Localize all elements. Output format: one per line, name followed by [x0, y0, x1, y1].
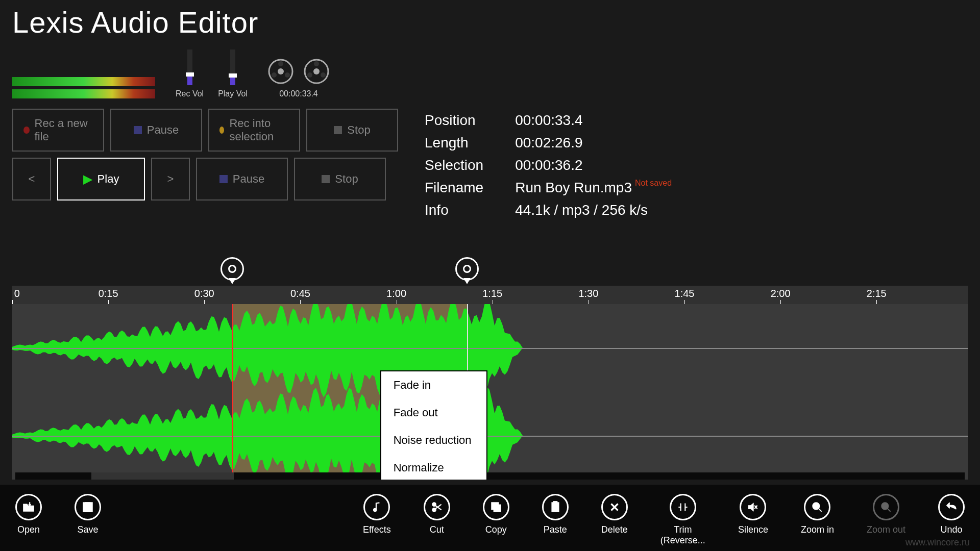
ruler-label: 1:30 — [578, 288, 598, 299]
appbar-label: Open — [17, 524, 40, 535]
zoomin-button[interactable]: Zoom in — [801, 494, 834, 535]
pause-icon — [134, 126, 142, 134]
save-button[interactable]: Save — [75, 494, 101, 535]
rec-vol-label: Rec Vol — [176, 89, 204, 98]
ruler-label: 0:30 — [194, 288, 214, 299]
play-button[interactable]: ▶Play — [57, 158, 145, 201]
selection-start-marker[interactable] — [220, 257, 244, 281]
time-ruler[interactable]: 00:150:300:451:001:151:301:452:002:15 — [12, 286, 968, 304]
ruler-label: 1:45 — [675, 288, 695, 299]
paste-button[interactable]: Paste — [542, 494, 569, 535]
rec-volume-slider[interactable]: Rec Vol — [176, 49, 204, 98]
rec-new-file-button[interactable]: Rec a new file — [12, 109, 104, 152]
silence-button[interactable]: Silence — [738, 494, 768, 535]
play-vol-label: Play Vol — [218, 89, 248, 98]
ruler-label: 2:15 — [867, 288, 887, 299]
open-button[interactable]: Open — [15, 494, 42, 535]
selection-value: 00:00:36.2 — [515, 155, 672, 176]
cut-button[interactable]: Cut — [424, 494, 450, 535]
vu-meter — [12, 77, 155, 98]
appbar-label: Zoom in — [801, 524, 834, 535]
svg-rect-19 — [554, 502, 557, 504]
filename-value: Run Boy Run.mp3 — [515, 180, 632, 195]
watermark: www.wincore.ru — [905, 537, 970, 548]
pause-rec-button[interactable]: Pause — [110, 109, 202, 152]
mute-icon — [740, 494, 766, 520]
ruler-label: 1:00 — [386, 288, 406, 299]
selection-end-marker[interactable] — [455, 257, 479, 281]
appbar-label: Cut — [430, 524, 444, 535]
context-menu-item[interactable]: Noise reduction — [381, 427, 486, 454]
app-title: Lexis Audio Editor — [0, 0, 980, 39]
info-value: 44.1k / mp3 / 256 k/s — [515, 199, 672, 221]
svg-point-9 — [307, 72, 312, 78]
ruler-label: 1:15 — [482, 288, 502, 299]
x-icon — [601, 494, 628, 520]
length-value: 00:02:26.9 — [515, 132, 672, 154]
waveform-area[interactable]: 00:150:300:451:001:151:301:452:002:15 Fa… — [12, 286, 968, 480]
trim-button[interactable]: Trim (Reverse... — [660, 494, 705, 546]
copy-button[interactable]: Copy — [483, 494, 509, 535]
center-line — [12, 436, 968, 437]
prev-button[interactable]: < — [12, 158, 51, 201]
transport-controls: Rec a new file Pause Rec into selection … — [12, 109, 398, 222]
zoomin-icon — [804, 494, 830, 520]
svg-point-2 — [278, 61, 283, 66]
stop-icon — [334, 126, 342, 134]
svg-rect-17 — [492, 503, 498, 509]
paste-icon — [542, 494, 569, 520]
pause-icon — [219, 175, 228, 183]
next-button[interactable]: > — [151, 158, 190, 201]
horizontal-scrollbar[interactable] — [15, 472, 965, 480]
reel-left-icon — [268, 59, 293, 84]
scissors-icon — [424, 494, 450, 520]
context-menu-item[interactable]: Fade out — [381, 399, 486, 427]
folder-icon — [15, 494, 42, 520]
effects-context-menu: Fade inFade outNoise reductionNormalize — [380, 370, 487, 480]
appbar-label: Save — [77, 524, 98, 535]
vu-bar-left — [12, 77, 155, 86]
trim-icon — [670, 494, 696, 520]
waveform-canvas[interactable]: Fade inFade outNoise reductionNormalize — [12, 304, 968, 480]
stop-play-button[interactable]: Stop — [294, 158, 386, 201]
record-sel-icon — [219, 127, 224, 134]
delete-button[interactable]: Delete — [601, 494, 628, 535]
appbar-label: Silence — [738, 524, 768, 535]
ruler-label: 0 — [14, 288, 20, 299]
appbar-label: Paste — [544, 524, 567, 535]
appbar-label: Undo — [940, 524, 962, 535]
play-volume-slider[interactable]: Play Vol — [218, 49, 248, 98]
play-icon: ▶ — [83, 172, 92, 186]
record-icon — [23, 127, 30, 134]
effects-button[interactable]: Effects — [363, 494, 391, 535]
zoomout-icon — [873, 494, 899, 520]
stop-icon — [322, 175, 330, 183]
svg-point-8 — [321, 72, 326, 78]
svg-point-7 — [314, 61, 319, 66]
context-menu-item[interactable]: Normalize — [381, 454, 486, 480]
zoomout-button: Zoom out — [867, 494, 905, 535]
reel-right-icon — [304, 59, 329, 84]
copy-icon — [483, 494, 509, 520]
context-menu-item[interactable]: Fade in — [381, 371, 486, 399]
svg-point-4 — [272, 72, 277, 78]
vu-bar-right — [12, 89, 155, 98]
pause-play-button[interactable]: Pause — [196, 158, 288, 201]
appbar-label: Trim (Reverse... — [660, 524, 705, 546]
undo-button[interactable]: Undo — [938, 494, 965, 535]
svg-point-6 — [313, 68, 320, 74]
scrollbar-thumb[interactable] — [91, 472, 234, 480]
stop-rec-button[interactable]: Stop — [306, 109, 398, 152]
meters-panel: Rec Vol Play Vol 00:00:33.4 — [12, 49, 980, 98]
appbar-label: Delete — [601, 524, 628, 535]
playhead[interactable] — [232, 304, 233, 480]
ruler-label: 0:15 — [99, 288, 118, 299]
note-icon — [363, 494, 390, 520]
not-saved-badge: Not saved — [635, 179, 672, 187]
ruler-label: 2:00 — [771, 288, 791, 299]
app-bar: OpenSaveEffectsCutCopyPasteDeleteTrim (R… — [0, 485, 980, 551]
svg-rect-11 — [86, 503, 90, 505]
disk-icon — [75, 494, 101, 520]
rec-into-selection-button[interactable]: Rec into selection — [208, 109, 300, 152]
appbar-label: Zoom out — [867, 524, 905, 535]
